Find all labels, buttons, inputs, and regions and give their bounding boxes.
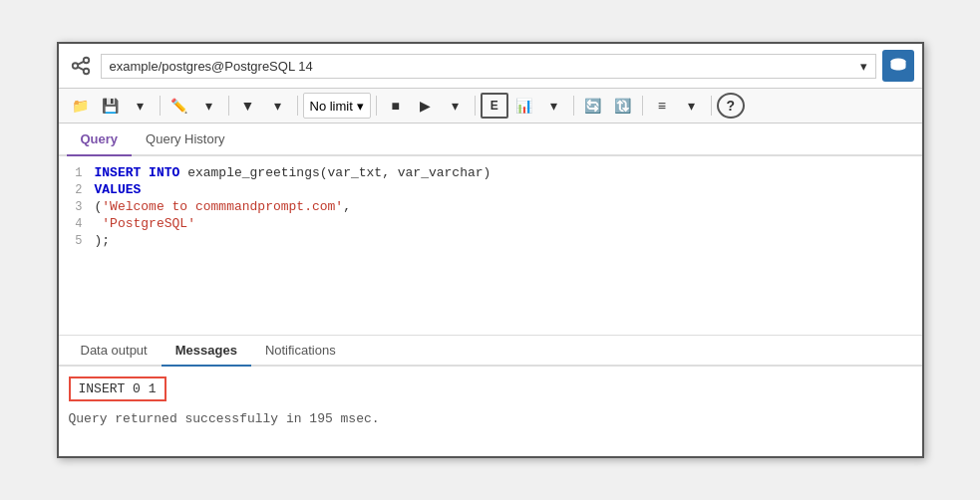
code-line-3: 3 ('Welcome to commmandprompt.com', bbox=[59, 198, 922, 215]
list-button[interactable]: ≡ bbox=[648, 93, 676, 119]
tab-data-output[interactable]: Data output bbox=[67, 336, 162, 367]
scratch2-button[interactable]: 🔃 bbox=[609, 93, 637, 119]
tab-query[interactable]: Query bbox=[67, 124, 133, 156]
filter-dropdown-button[interactable]: ▾ bbox=[264, 93, 292, 119]
run-button[interactable]: ▶ bbox=[412, 93, 440, 119]
main-window: example/postgres@PostgreSQL 14 ▾ 📁 💾 ▾ ✏… bbox=[57, 42, 924, 458]
connection-bar: example/postgres@PostgreSQL 14 ▾ bbox=[59, 44, 922, 89]
stop-button[interactable]: ■ bbox=[382, 93, 410, 119]
separator-8 bbox=[711, 96, 712, 116]
connection-label: example/postgres@PostgreSQL 14 bbox=[110, 59, 313, 74]
connection-icon bbox=[67, 52, 95, 80]
limit-arrow: ▾ bbox=[357, 99, 364, 114]
separator-4 bbox=[376, 96, 377, 116]
tab-notifications[interactable]: Notifications bbox=[251, 336, 350, 367]
svg-point-1 bbox=[83, 58, 89, 64]
code-line-2: 2 VALUES bbox=[59, 181, 922, 198]
separator-2 bbox=[228, 96, 229, 116]
filter-button[interactable]: ▼ bbox=[234, 93, 262, 119]
editor-tabs: Query Query History bbox=[59, 124, 922, 156]
separator-6 bbox=[573, 96, 574, 116]
code-line-1: 1 INSERT INTO example_greetings(var_txt,… bbox=[59, 164, 922, 181]
tab-messages[interactable]: Messages bbox=[162, 336, 251, 367]
db-icon bbox=[882, 50, 914, 82]
results-content: INSERT 0 1 Query returned successfully i… bbox=[59, 367, 922, 456]
separator-3 bbox=[297, 96, 298, 116]
limit-dropdown[interactable]: No limit ▾ bbox=[303, 93, 371, 119]
save-dropdown-button[interactable]: ▾ bbox=[127, 93, 155, 119]
code-line-5: 5 ); bbox=[59, 232, 922, 249]
separator-1 bbox=[160, 96, 161, 116]
connection-dropdown[interactable]: example/postgres@PostgreSQL 14 ▾ bbox=[101, 54, 876, 79]
toolbar: 📁 💾 ▾ ✏️ ▾ ▼ ▾ No limit ▾ ■ ▶ ▾ E 📊 ▾ 🔄 … bbox=[59, 89, 922, 124]
tab-query-history[interactable]: Query History bbox=[132, 124, 238, 156]
limit-label: No limit bbox=[310, 99, 353, 114]
svg-point-2 bbox=[83, 69, 89, 75]
svg-point-0 bbox=[72, 63, 78, 69]
dropdown-arrow: ▾ bbox=[860, 59, 867, 74]
svg-line-4 bbox=[78, 67, 84, 70]
separator-7 bbox=[642, 96, 643, 116]
open-file-button[interactable]: 📁 bbox=[67, 93, 95, 119]
separator-5 bbox=[475, 96, 476, 116]
list-dropdown-button[interactable]: ▾ bbox=[678, 93, 706, 119]
edit-button[interactable]: ✏️ bbox=[165, 93, 193, 119]
code-editor[interactable]: 1 INSERT INTO example_greetings(var_txt,… bbox=[59, 156, 922, 336]
explain-button[interactable]: E bbox=[481, 93, 508, 119]
save-button[interactable]: 💾 bbox=[97, 93, 125, 119]
help-button[interactable]: ? bbox=[717, 93, 745, 119]
scratch-button[interactable]: 🔄 bbox=[579, 93, 607, 119]
insert-result: INSERT 0 1 bbox=[69, 376, 166, 401]
code-line-4: 4 'PostgreSQL' bbox=[59, 215, 922, 232]
edit-dropdown-button[interactable]: ▾ bbox=[195, 93, 223, 119]
svg-line-3 bbox=[78, 62, 84, 65]
chart-button[interactable]: 📊 bbox=[510, 93, 538, 119]
chart-dropdown-button[interactable]: ▾ bbox=[540, 93, 568, 119]
results-tabs: Data output Messages Notifications bbox=[59, 336, 922, 367]
status-message: Query returned successfully in 195 msec. bbox=[69, 411, 912, 426]
run-dropdown-button[interactable]: ▾ bbox=[442, 93, 470, 119]
